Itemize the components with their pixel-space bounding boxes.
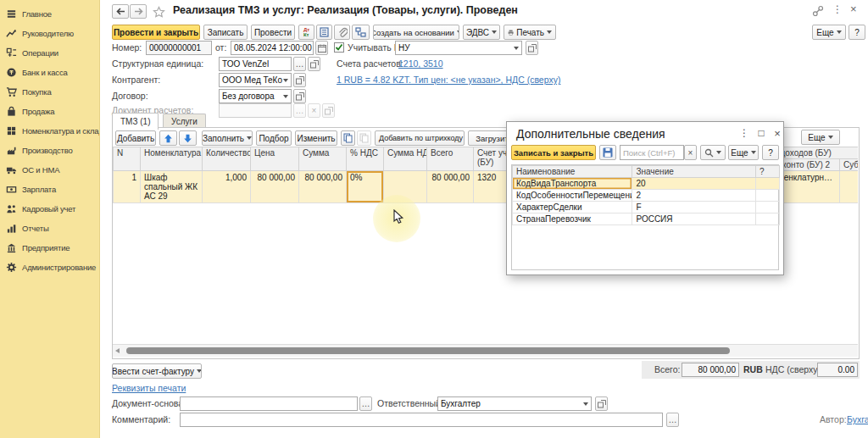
dialog-cell-q[interactable] bbox=[755, 202, 779, 213]
sidebar-item-reports[interactable]: Отчеты bbox=[0, 219, 99, 238]
dialog-col-q[interactable]: ? bbox=[755, 166, 779, 178]
tab-tmz[interactable]: ТМЗ (1) bbox=[112, 113, 159, 130]
settlement-accounts-link[interactable]: 1210, 3510 bbox=[398, 58, 443, 69]
cell-vat-amount[interactable] bbox=[384, 171, 427, 203]
dialog-row[interactable]: КодОсобенностиПеремещения 2 bbox=[513, 190, 780, 202]
col-header-vat-amount[interactable]: Сумма НДС bbox=[384, 147, 427, 171]
col-header-total[interactable]: Всего bbox=[427, 147, 474, 171]
counterparty-field[interactable]: ООО Мед ТеКо bbox=[219, 73, 292, 87]
help-button[interactable]: ? bbox=[849, 25, 865, 40]
pick-button[interactable]: Подбор bbox=[256, 130, 292, 146]
dialog-help-button[interactable]: ? bbox=[762, 145, 779, 160]
dialog-row[interactable]: ХарактерСделки F bbox=[513, 202, 780, 213]
sidebar-item-operations[interactable]: Операции bbox=[0, 43, 99, 63]
form-more-button[interactable]: Еще bbox=[812, 25, 846, 40]
add-by-barcode-button[interactable]: Добавить по штрихкоду bbox=[375, 130, 465, 146]
settlement-doc-select-button[interactable]: … bbox=[293, 103, 306, 118]
sidebar-item-fixed-assets[interactable]: ОС и НМА bbox=[0, 160, 99, 180]
add-row-button[interactable]: Добавить bbox=[115, 130, 156, 146]
dialog-search-input[interactable] bbox=[620, 145, 684, 160]
sidebar-item-main[interactable]: Главное bbox=[0, 4, 99, 24]
col-header-nomenclature[interactable]: Номенклатура bbox=[141, 147, 203, 171]
sidebar-item-administration[interactable]: Администрирование bbox=[0, 258, 99, 277]
author-link[interactable]: Бухгалтер bbox=[847, 414, 868, 424]
cell-nomenclature[interactable]: Шкаф спальный ЖК АС 29 bbox=[141, 171, 203, 203]
dialog-cell-name[interactable]: КодОсобенностиПеремещения bbox=[513, 190, 632, 202]
sidebar-item-production[interactable]: Производство bbox=[0, 141, 99, 160]
post-and-close-button[interactable]: Провести и закрыть bbox=[112, 25, 200, 40]
col-header-amount[interactable]: Сумма bbox=[299, 147, 347, 171]
change-button[interactable]: Изменить bbox=[295, 130, 337, 146]
dialog-save-button[interactable] bbox=[599, 145, 616, 160]
contract-open-button[interactable] bbox=[293, 89, 306, 103]
structural-unit-field[interactable]: ТОО VenZel bbox=[219, 57, 292, 71]
col-header-n[interactable]: N bbox=[114, 147, 141, 171]
dialog-search-clear-button[interactable]: × bbox=[684, 145, 697, 160]
col-header-vat-percent[interactable]: % НДС bbox=[347, 147, 384, 171]
scrollbar-thumb[interactable] bbox=[126, 347, 730, 354]
window-more-icon[interactable]: ⋮ bbox=[832, 3, 843, 15]
settlement-doc-clear-button[interactable]: × bbox=[308, 103, 320, 118]
col-header-quantity[interactable]: Количество bbox=[203, 147, 251, 171]
counterparty-open-button[interactable] bbox=[293, 73, 306, 87]
sidebar-item-manager[interactable]: Руководителю bbox=[0, 24, 99, 43]
dialog-cell-name[interactable]: ХарактерСделки bbox=[513, 202, 632, 213]
print-button[interactable]: Печать bbox=[504, 25, 556, 40]
col-header-price[interactable]: Цена bbox=[251, 147, 299, 171]
window-close-icon[interactable]: × bbox=[850, 3, 857, 15]
base-doc-select-button[interactable]: … bbox=[359, 396, 372, 411]
get-link-icon[interactable] bbox=[812, 5, 824, 17]
sidebar-item-sales[interactable]: Продажа bbox=[0, 102, 99, 121]
journal-button[interactable] bbox=[316, 25, 332, 40]
dialog-col-value[interactable]: Значение bbox=[632, 166, 755, 178]
dialog-cell-q[interactable] bbox=[755, 213, 779, 225]
sidebar-item-enterprise[interactable]: Предприятие bbox=[0, 238, 99, 258]
back-button[interactable] bbox=[112, 4, 129, 19]
kpn-mode-field[interactable]: НУ bbox=[395, 41, 522, 55]
price-type-link[interactable]: 1 RUB = 4.82 KZT. Тип цен: <не указан>, … bbox=[337, 75, 560, 85]
dialog-more-button[interactable]: Еще bbox=[728, 145, 759, 160]
cell-vat-percent[interactable]: 0% bbox=[347, 171, 384, 203]
settlement-doc-open-button[interactable] bbox=[322, 103, 335, 118]
cell-subconto3[interactable] bbox=[840, 171, 859, 203]
items-more-button[interactable]: Еще bbox=[801, 130, 840, 145]
structural-unit-open-button[interactable] bbox=[308, 57, 320, 71]
settlement-doc-field[interactable] bbox=[219, 103, 292, 118]
related-documents-button[interactable] bbox=[352, 25, 370, 40]
post-button[interactable]: Провести bbox=[251, 25, 295, 40]
move-down-button[interactable] bbox=[179, 130, 197, 146]
sidebar-item-salary[interactable]: Зарплата bbox=[0, 180, 99, 199]
calendar-button[interactable] bbox=[315, 41, 328, 55]
edvs-button[interactable]: ЭДВС bbox=[463, 25, 500, 40]
paste-rows-button[interactable] bbox=[357, 130, 371, 146]
responsible-field[interactable]: Бухгалтер bbox=[437, 396, 592, 411]
sidebar-item-bank-cash[interactable]: Банк и касса bbox=[0, 63, 99, 82]
dialog-cell-value[interactable]: РОССИЯ bbox=[632, 213, 755, 225]
cell-price[interactable]: 80 000,00 bbox=[251, 171, 299, 203]
write-button[interactable]: Записать bbox=[203, 25, 248, 40]
dialog-row[interactable]: КодВидаТранспорта 20 bbox=[513, 178, 780, 190]
dialog-cell-value[interactable]: 2 bbox=[632, 190, 755, 202]
horizontal-scrollbar[interactable] bbox=[113, 344, 858, 357]
responsible-open-button[interactable] bbox=[595, 396, 608, 411]
number-field[interactable]: 00000000001 bbox=[146, 41, 212, 55]
dialog-col-name[interactable]: Наименование bbox=[513, 166, 632, 178]
date-field[interactable]: 08.05.2024 12:00:00 bbox=[231, 41, 314, 55]
print-requisites-link[interactable]: Реквизиты печати bbox=[112, 383, 186, 393]
kpn-checkbox[interactable] bbox=[334, 42, 344, 53]
kpn-open-button[interactable] bbox=[526, 41, 538, 55]
copy-rows-button[interactable] bbox=[341, 130, 355, 146]
dialog-save-close-button[interactable]: Записать и закрыть bbox=[511, 145, 596, 160]
dialog-close-icon[interactable]: × bbox=[771, 126, 784, 140]
create-on-basis-button[interactable]: Создать на основании bbox=[373, 25, 459, 40]
base-doc-input[interactable] bbox=[180, 396, 358, 411]
dialog-cell-value[interactable]: F bbox=[632, 202, 755, 213]
col-header-subconto3[interactable]: Субконто (БУ) bbox=[840, 159, 859, 171]
dialog-cell-q[interactable] bbox=[755, 178, 779, 190]
structural-unit-select-button[interactable]: … bbox=[293, 57, 306, 71]
sidebar-item-hr[interactable]: Кадровый учет bbox=[0, 199, 99, 219]
move-up-button[interactable] bbox=[159, 130, 177, 146]
dialog-row[interactable]: СтранаПеревозчик РОССИЯ bbox=[513, 213, 780, 225]
cell-n[interactable]: 1 bbox=[114, 171, 141, 203]
dtkt-postings-button[interactable]: ДтКт bbox=[298, 25, 314, 40]
